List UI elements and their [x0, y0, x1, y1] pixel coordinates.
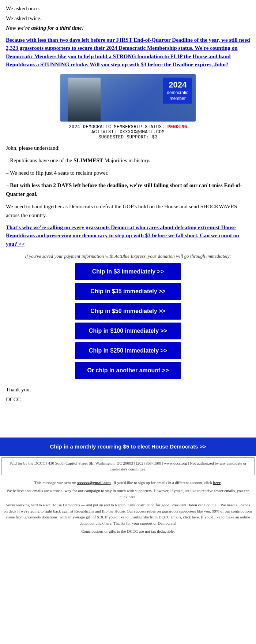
- actblue-note: If you've saved your payment information…: [6, 253, 250, 260]
- main-cta-link[interactable]: Because with less than two days left bef…: [6, 36, 250, 69]
- card-dem: democratic: [167, 90, 188, 96]
- org-line: DCCC: [6, 395, 250, 405]
- legal-line1: This message was sent to: xxxxxx@gmail.c…: [4, 480, 252, 486]
- footer-legal: This message was sent to: xxxxxx@gmail.c…: [0, 477, 256, 540]
- chip-50-button[interactable]: Chip in $50 immediately >>: [75, 303, 181, 320]
- chip-other-button[interactable]: Or chip in another amount >>: [75, 362, 181, 379]
- card-activist-line: ACTIVIST: XXXXXX@GMAIL.COM: [6, 130, 250, 135]
- membership-card: 2024 democratic member: [60, 74, 196, 122]
- card-year-badge: 2024 democratic member: [163, 78, 192, 104]
- body-bullet3: – But with less than 2 DAYS left before …: [6, 181, 250, 198]
- intro-line1: We asked once.: [6, 4, 250, 13]
- legal-line1-end: .: [221, 480, 222, 485]
- chip-3-button[interactable]: Chip in $3 immediately >>: [75, 263, 181, 280]
- card-status-label: 2024 DEMOCRATIC MEMBERSHIP STATUS:: [69, 124, 165, 130]
- paid-for-text: Paid for by the DCCC | 430 South Capitol…: [10, 461, 246, 471]
- body-text: John, please understand: – Republicans h…: [6, 144, 250, 220]
- thanks-line: Thank you,: [6, 385, 250, 395]
- legal-here-link1[interactable]: here: [213, 480, 221, 485]
- legal-line4: Contributions or gifts to the DCCC are n…: [4, 528, 252, 535]
- footer-cta-bar[interactable]: Chip in a monthly recurring $5 to elect …: [0, 438, 256, 456]
- card-year: 2024: [167, 80, 188, 90]
- sign-off: Thank you, DCCC: [6, 385, 250, 405]
- card-activist-label: ACTIVIST:: [91, 130, 117, 135]
- legal-email: xxxxxx@gmail.com: [77, 480, 111, 485]
- card-details: 2024 DEMOCRATIC MEMBERSHIP STATUS: PENDI…: [6, 124, 250, 140]
- image-block: 2024 democratic member 2024 DEMOCRATIC M…: [6, 74, 250, 140]
- card-person-image: [68, 78, 101, 122]
- intro-line3: Now we're asking for a third time!: [6, 24, 250, 32]
- body-bullet2: – We need to flip just 4 seats to reclai…: [6, 168, 250, 177]
- card-activist-value: XXXXXX@GMAIL.COM: [120, 130, 165, 135]
- body-p1: John, please understand:: [6, 144, 250, 152]
- bullet1-pre: – Republicans have one of the: [6, 157, 74, 163]
- legal-line1-pre: This message was sent to:: [34, 480, 77, 485]
- cta-link[interactable]: That's why we're calling on every grassr…: [6, 223, 250, 248]
- intro-block: We asked once. We asked twice. Now we're…: [6, 4, 250, 32]
- card-status-value: PENDING: [167, 124, 187, 130]
- chip-100-button[interactable]: Chip in $100 immediately >>: [75, 323, 181, 339]
- paid-for-bar: Paid for by the DCCC | 430 South Capitol…: [1, 457, 255, 475]
- bullet2-post: seats to reclaim power.: [57, 170, 108, 176]
- footer-cta-button[interactable]: Chip in a monthly recurring $5 to elect …: [50, 443, 206, 450]
- chip-250-button[interactable]: Chip in $250 immediately >>: [75, 342, 181, 359]
- intro-line2: We asked twice.: [6, 14, 250, 23]
- legal-line1-post: | If you'd like to sign up for emails in…: [111, 480, 213, 485]
- body-bullet1: – Republicans have one of the SLIMMEST M…: [6, 156, 250, 165]
- chip-35-button[interactable]: Chip in $35 immediately >>: [75, 283, 181, 300]
- bullet2-pre: – We need to flip just: [6, 170, 54, 176]
- body-p2: We need to band together as Democrats to…: [6, 202, 250, 220]
- card-status-line: 2024 DEMOCRATIC MEMBERSHIP STATUS: PENDI…: [6, 124, 250, 130]
- legal-line3: We're working hard to elect House Democr…: [4, 502, 252, 526]
- card-member: member: [167, 96, 188, 102]
- card-suggested: SUGGESTED SUPPORT: $3: [6, 135, 250, 140]
- legal-line2: We believe that emails are a crucial way…: [4, 488, 252, 500]
- bullet1-bold: SLIMMEST: [74, 157, 103, 163]
- spacer: [6, 405, 250, 434]
- donation-buttons: Chip in $3 immediately >> Chip in $35 im…: [6, 263, 250, 379]
- bullet1-post: Majorities in history.: [103, 157, 150, 163]
